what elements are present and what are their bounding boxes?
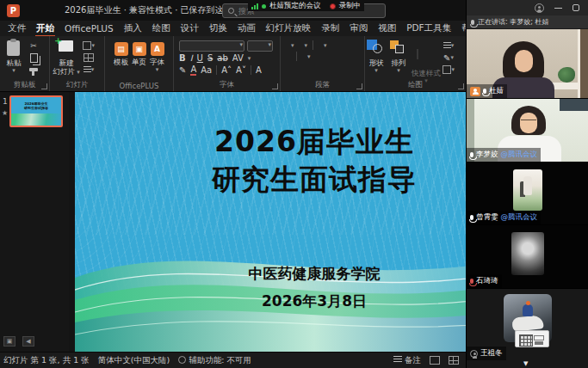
meeting-panel-titlebar xyxy=(467,0,588,15)
underline-button[interactable]: U xyxy=(197,53,203,63)
tab-officeplus[interactable]: OfficePLUS xyxy=(62,22,116,34)
slide-date[interactable]: 2026年3月8日 xyxy=(75,291,466,311)
slide-organization[interactable]: 中医药健康服务学院 xyxy=(75,264,466,284)
font-color-button[interactable]: A xyxy=(190,64,196,76)
participants-icon[interactable] xyxy=(535,3,544,13)
slide-editing-area: 2026届毕业生研究生面试指导 中医药健康服务学院 2026年3月8日 xyxy=(69,92,466,352)
template-button[interactable]: ▤ 模板 xyxy=(114,42,128,66)
character-spacing-button[interactable]: AV xyxy=(232,53,244,63)
participant-name: 李梦姣 xyxy=(476,150,498,160)
lamp-shape xyxy=(526,301,530,305)
quick-styles-button[interactable]: 快速样式▾ xyxy=(412,50,441,84)
shapes-button[interactable]: 形状▾ xyxy=(367,40,386,74)
slide-layout-button[interactable]: ▾ xyxy=(83,40,95,51)
single-page-button[interactable]: ▣ 单页 xyxy=(132,42,146,66)
language-status[interactable]: 简体中文(中国大陆) xyxy=(98,355,170,366)
slide-title[interactable]: 2026届毕业生研究生面试指导 xyxy=(75,123,466,199)
participant-label: 曾霄雯@腾讯会议 xyxy=(467,211,541,224)
background-ledge xyxy=(551,83,579,89)
ribbon-tab-bar: 文件 开始 OfficePLUS 插入 绘图 设计 切换 动画 幻灯片放映 录制… xyxy=(0,21,466,36)
avatar-photo xyxy=(511,232,544,275)
video-tile-zengxiaowen[interactable]: 曾霄雯@腾讯会议 xyxy=(467,163,588,225)
slide-canvas[interactable]: 2026届毕业生研究生面试指导 中医药健康服务学院 2026年3月8日 xyxy=(75,92,466,352)
arrange-button[interactable]: 排列▾ xyxy=(389,40,408,74)
bold-button[interactable]: B xyxy=(179,53,186,63)
slide-1-thumbnail[interactable]: 2026届毕业生研究生面试指导 xyxy=(9,95,63,127)
change-case-button[interactable]: Aa xyxy=(201,65,212,75)
font-size-combo[interactable] xyxy=(247,40,273,52)
font-dialog-launcher[interactable] xyxy=(272,83,278,89)
tab-record[interactable]: 录制 xyxy=(319,21,342,35)
speaking-indicator-bar: 正在讲话: 李梦姣; 杜婧 xyxy=(467,15,588,29)
tab-design[interactable]: 设计 xyxy=(178,21,201,35)
paragraph-group-label: 段落 xyxy=(281,80,364,90)
cut-button[interactable]: ✂ xyxy=(28,40,40,51)
tab-home[interactable]: 开始 xyxy=(34,21,57,35)
tab-animations[interactable]: 动画 xyxy=(235,21,258,35)
normal-view-button[interactable] xyxy=(430,356,440,365)
notes-button[interactable]: 备注 xyxy=(393,355,421,366)
meeting-status-pill[interactable]: 杜婧预定的会议 录制中 xyxy=(248,1,364,11)
clipboard-dialog-launcher[interactable] xyxy=(41,83,47,89)
tab-draw[interactable]: 绘图 xyxy=(150,21,173,35)
tab-pdf-tools[interactable]: PDF工具集 xyxy=(404,21,454,35)
mic-on-icon xyxy=(470,215,473,220)
tab-file[interactable]: 文件 xyxy=(5,21,28,35)
brush-icon xyxy=(29,68,38,71)
font-pack-button[interactable]: A 字体▾ xyxy=(150,42,164,73)
person-face xyxy=(515,50,533,72)
paragraph-dialog-launcher[interactable] xyxy=(356,83,362,89)
drawing-dialog-launcher[interactable] xyxy=(458,83,464,89)
slide-counter: 幻灯片 第 1 张, 共 1 张 xyxy=(3,355,90,366)
officeplus-group-label: OfficePLUS xyxy=(105,82,173,90)
media-control-icon[interactable]: ▣ xyxy=(3,336,15,347)
font-name-combo[interactable] xyxy=(179,40,244,52)
tab-transitions[interactable]: 切换 xyxy=(207,21,230,35)
clear-formatting-button[interactable]: A xyxy=(256,65,262,75)
mic-muted-icon xyxy=(470,279,473,284)
shape-fill-button[interactable]: ▾ xyxy=(443,40,455,51)
microphone-icon xyxy=(471,20,474,25)
paste-button[interactable]: 粘贴▾ xyxy=(2,40,26,74)
animation-star-icon: ★ xyxy=(2,109,8,117)
signal-icon xyxy=(251,3,258,9)
thumbnail-title: 2026届毕业生研究生面试指导 xyxy=(11,101,61,110)
restore-icon[interactable] xyxy=(573,4,579,11)
online-dot-icon xyxy=(262,4,266,9)
strikethrough-button[interactable]: S xyxy=(207,53,213,63)
participant-name: 杜婧 xyxy=(489,86,504,96)
outline-icon: ✎ xyxy=(443,53,450,63)
shape-effects-button[interactable]: ▾ xyxy=(443,64,455,75)
paragraph-group: ▾ ▾ ▾ ▾ 段落 xyxy=(281,36,365,91)
slide-sorter-view-button[interactable] xyxy=(449,356,459,365)
minimize-icon[interactable] xyxy=(554,8,562,9)
collapse-panel-icon[interactable]: ◀ xyxy=(22,336,34,347)
font-group: B I U S ab AV▾ ✎ A Aa A˄ A˅ A 字体 xyxy=(174,36,281,91)
motorcycle-shape xyxy=(511,315,543,332)
tab-slideshow[interactable]: 幻灯片放映 xyxy=(263,21,314,35)
video-tile-limengjiao[interactable]: 李梦姣@腾讯会议 xyxy=(467,99,588,163)
mini-popup-overlay[interactable] xyxy=(515,330,549,347)
mic-on-icon xyxy=(483,89,486,94)
scroll-more-icon[interactable]: ▼ xyxy=(523,360,528,367)
new-slide-button[interactable]: + 新建幻灯片 ▾ xyxy=(52,40,81,77)
video-tile-dujing[interactable]: 杜婧 xyxy=(467,29,588,99)
highlight-button[interactable]: ✎ xyxy=(179,65,186,75)
grow-font-button[interactable]: A˄ xyxy=(221,65,232,75)
italic-button[interactable]: I xyxy=(190,53,193,63)
host-badge-icon xyxy=(470,87,480,96)
quick-styles-icon xyxy=(417,49,418,59)
reset-slide-button[interactable] xyxy=(83,52,95,63)
copy-button[interactable] xyxy=(28,52,40,63)
video-tile-wangzudong[interactable]: 王祖冬 ▼ xyxy=(467,289,588,368)
section-button[interactable]: ▾ xyxy=(83,64,95,75)
tab-insert[interactable]: 插入 xyxy=(121,21,145,35)
shrink-font-button[interactable]: A˅ xyxy=(236,65,246,75)
accessibility-status[interactable]: 辅助功能: 不可用 xyxy=(178,355,251,366)
tab-review[interactable]: 审阅 xyxy=(347,21,370,35)
shadow-button[interactable]: ab xyxy=(217,53,227,63)
tab-view[interactable]: 视图 xyxy=(375,21,399,35)
video-tile-shiqiqi[interactable]: 石琦琦 xyxy=(467,225,588,289)
format-painter-button[interactable] xyxy=(28,64,40,75)
shape-outline-button[interactable]: ✎▾ xyxy=(443,52,455,63)
